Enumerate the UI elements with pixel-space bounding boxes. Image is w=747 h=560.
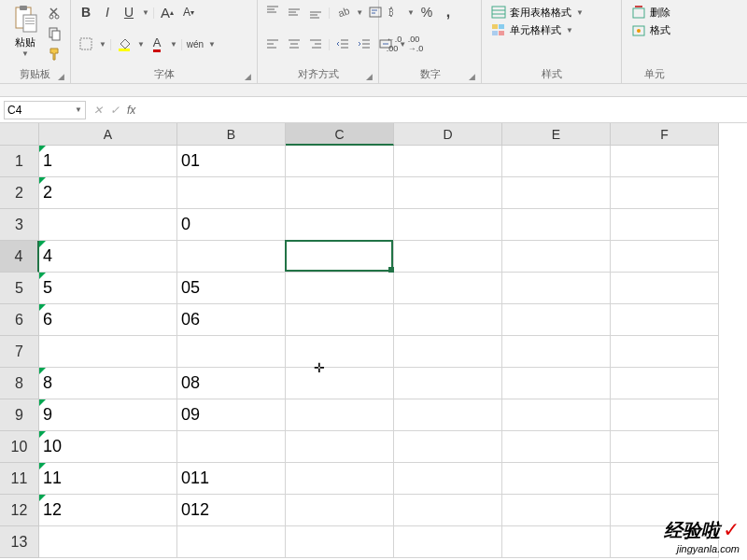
column-header-E[interactable]: E <box>502 123 611 146</box>
decrease-font-button[interactable]: A▾ <box>179 3 198 21</box>
currency-button[interactable]: ₿ <box>385 3 403 21</box>
phonetic-button[interactable]: wén <box>186 35 204 53</box>
cell-F2[interactable] <box>611 177 719 209</box>
cell-A3[interactable] <box>39 209 177 241</box>
cell-D10[interactable] <box>394 431 502 463</box>
format-cells-button[interactable]: 格式 <box>627 21 682 38</box>
cell-D9[interactable] <box>394 399 502 431</box>
percent-button[interactable]: % <box>417 3 436 21</box>
cell-A12[interactable]: 12 <box>39 495 177 526</box>
cell-B1[interactable]: 01 <box>177 146 286 177</box>
cell-B5[interactable]: 05 <box>177 273 286 304</box>
row-header-3[interactable]: 3 <box>0 209 39 241</box>
name-box[interactable]: C4 ▼ <box>4 101 86 119</box>
cell-C3[interactable] <box>286 209 394 241</box>
cut-button[interactable] <box>46 4 64 22</box>
cell-D13[interactable] <box>394 526 502 558</box>
column-header-C[interactable]: C <box>286 123 394 146</box>
cell-F11[interactable] <box>611 463 719 495</box>
cell-A1[interactable]: 1 <box>39 146 177 177</box>
cell-C2[interactable] <box>286 177 394 209</box>
cell-B8[interactable]: 08 <box>177 368 286 399</box>
border-button[interactable] <box>77 35 95 53</box>
column-header-B[interactable]: B <box>177 123 286 146</box>
dialog-launcher-icon[interactable]: ◢ <box>245 72 251 81</box>
align-bottom-button[interactable] <box>306 3 325 21</box>
cell-A7[interactable] <box>39 336 177 368</box>
cell-E10[interactable] <box>502 431 611 463</box>
cell-F3[interactable] <box>611 209 719 241</box>
cell-E4[interactable] <box>502 241 611 273</box>
cell-C1[interactable] <box>286 146 394 177</box>
cell-A9[interactable]: 9 <box>39 399 177 431</box>
row-header-11[interactable]: 11 <box>0 463 39 495</box>
increase-indent-button[interactable] <box>355 35 374 53</box>
column-header-A[interactable]: A <box>39 123 177 146</box>
row-header-13[interactable]: 13 <box>0 526 39 558</box>
cell-C11[interactable] <box>286 463 394 495</box>
chevron-down-icon[interactable]: ▼ <box>170 40 177 49</box>
delete-cells-button[interactable]: 删除 <box>627 4 682 21</box>
cell-F9[interactable] <box>611 399 719 431</box>
cell-B3[interactable]: 0 <box>177 209 286 241</box>
row-header-10[interactable]: 10 <box>0 431 39 463</box>
row-header-1[interactable]: 1 <box>0 146 39 177</box>
cell-B6[interactable]: 06 <box>177 304 286 336</box>
comma-button[interactable]: , <box>439 3 458 21</box>
paste-button[interactable]: 粘贴 ▼ <box>6 2 44 63</box>
italic-button[interactable]: I <box>98 3 117 21</box>
cell-D3[interactable] <box>394 209 502 241</box>
format-as-table-button[interactable]: 套用表格格式▼ <box>487 4 615 21</box>
cell-C9[interactable] <box>286 399 394 431</box>
accept-formula-button[interactable]: ✓ <box>110 104 120 117</box>
cell-A10[interactable]: 10 <box>39 431 177 463</box>
cell-C13[interactable] <box>286 526 394 558</box>
cell-C6[interactable] <box>286 304 394 336</box>
cancel-formula-button[interactable]: ✕ <box>93 104 103 117</box>
column-header-D[interactable]: D <box>394 123 502 146</box>
cell-A13[interactable] <box>39 526 177 558</box>
cell-E6[interactable] <box>502 304 611 336</box>
cell-F6[interactable] <box>611 304 719 336</box>
cell-B4[interactable] <box>177 241 286 273</box>
cell-B10[interactable] <box>177 431 286 463</box>
font-color-button[interactable]: A <box>148 35 166 53</box>
underline-button[interactable]: U <box>120 3 138 21</box>
row-header-5[interactable]: 5 <box>0 273 39 304</box>
cell-D12[interactable] <box>394 495 502 526</box>
fx-icon[interactable]: fx <box>127 104 135 117</box>
align-top-button[interactable] <box>263 3 282 21</box>
cell-D11[interactable] <box>394 463 502 495</box>
align-center-button[interactable] <box>285 35 303 53</box>
cell-E5[interactable] <box>502 273 611 304</box>
cell-D8[interactable] <box>394 368 502 399</box>
cell-C7[interactable] <box>286 336 394 368</box>
cell-C10[interactable] <box>286 431 394 463</box>
chevron-down-icon[interactable]: ▼ <box>137 40 145 49</box>
cell-F1[interactable] <box>611 146 719 177</box>
chevron-down-icon[interactable]: ▼ <box>356 8 363 17</box>
cell-E9[interactable] <box>502 399 611 431</box>
cell-B9[interactable]: 09 <box>177 399 286 431</box>
cell-D2[interactable] <box>394 177 502 209</box>
cell-E11[interactable] <box>502 463 611 495</box>
cell-E2[interactable] <box>502 177 611 209</box>
chevron-down-icon[interactable]: ▼ <box>208 40 216 49</box>
select-all-corner[interactable] <box>0 123 39 146</box>
align-left-button[interactable] <box>263 35 282 53</box>
row-header-7[interactable]: 7 <box>0 336 39 368</box>
chevron-down-icon[interactable]: ▼ <box>142 8 149 17</box>
dialog-launcher-icon[interactable]: ◢ <box>58 72 64 81</box>
cell-B12[interactable]: 012 <box>177 495 286 526</box>
decrease-decimal-button[interactable]: .00→.0 <box>406 35 425 53</box>
cell-D5[interactable] <box>394 273 502 304</box>
align-right-button[interactable] <box>306 35 325 53</box>
cell-A8[interactable]: 8 <box>39 368 177 399</box>
row-header-2[interactable]: 2 <box>0 177 39 209</box>
format-painter-button[interactable] <box>46 45 64 63</box>
cell-E3[interactable] <box>502 209 611 241</box>
copy-button[interactable] <box>46 24 64 43</box>
cell-D1[interactable] <box>394 146 502 177</box>
cell-B11[interactable]: 011 <box>177 463 286 495</box>
chevron-down-icon[interactable]: ▼ <box>407 8 415 17</box>
